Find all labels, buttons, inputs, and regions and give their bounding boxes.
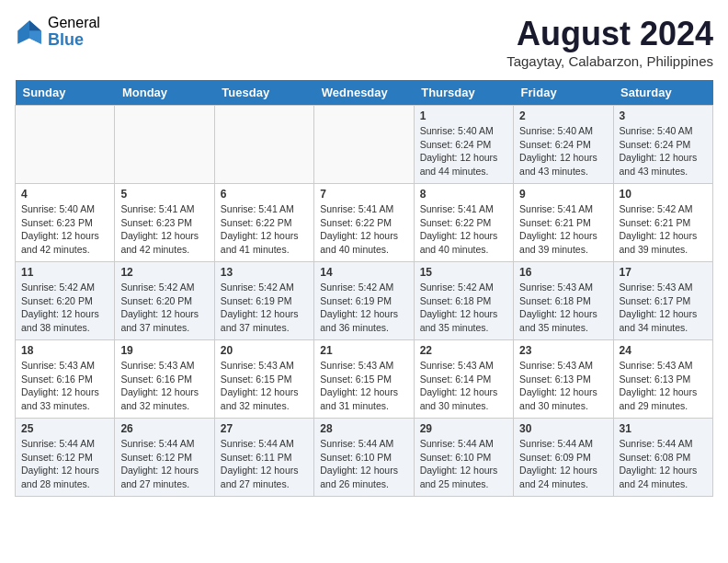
calendar-day-cell: 23Sunrise: 5:43 AM Sunset: 6:13 PM Dayli… [514,340,613,419]
day-content: Sunrise: 5:44 AM Sunset: 6:12 PM Dayligh… [21,437,108,491]
day-number: 5 [120,188,208,201]
day-number: 19 [120,344,208,357]
day-number: 15 [420,266,507,279]
calendar-week-row: 4Sunrise: 5:40 AM Sunset: 6:23 PM Daylig… [16,184,713,262]
calendar-day-cell: 28Sunrise: 5:44 AM Sunset: 6:10 PM Dayli… [314,419,414,497]
calendar-day-cell: 20Sunrise: 5:43 AM Sunset: 6:15 PM Dayli… [214,340,313,419]
day-number: 27 [221,422,308,435]
month-year-title: August 2024 [506,15,713,53]
day-header-tuesday: Tuesday [214,80,313,106]
calendar-day-cell: 10Sunrise: 5:42 AM Sunset: 6:21 PM Dayli… [613,184,712,262]
calendar-day-cell: 27Sunrise: 5:44 AM Sunset: 6:11 PM Dayli… [214,419,313,497]
logo-general: General [48,15,100,31]
calendar-day-cell: 4Sunrise: 5:40 AM Sunset: 6:23 PM Daylig… [16,184,115,262]
logo-icon [15,17,44,47]
logo: General Blue [15,15,100,49]
calendar-day-cell: 30Sunrise: 5:44 AM Sunset: 6:09 PM Dayli… [514,419,613,497]
day-number: 29 [420,422,507,435]
day-header-wednesday: Wednesday [314,80,414,106]
day-number: 26 [120,422,208,435]
calendar-week-row: 11Sunrise: 5:42 AM Sunset: 6:20 PM Dayli… [16,262,713,340]
calendar-day-cell: 25Sunrise: 5:44 AM Sunset: 6:12 PM Dayli… [16,419,115,497]
day-content: Sunrise: 5:41 AM Sunset: 6:22 PM Dayligh… [221,202,308,257]
day-content: Sunrise: 5:40 AM Sunset: 6:24 PM Dayligh… [519,124,607,178]
calendar-week-row: 1Sunrise: 5:40 AM Sunset: 6:24 PM Daylig… [16,106,713,184]
day-number: 14 [320,266,407,279]
calendar-day-cell: 13Sunrise: 5:42 AM Sunset: 6:19 PM Dayli… [214,262,313,340]
day-number: 23 [519,344,607,357]
day-content: Sunrise: 5:41 AM Sunset: 6:21 PM Dayligh… [519,202,607,257]
calendar-table: SundayMondayTuesdayWednesdayThursdayFrid… [15,80,713,497]
calendar-day-cell: 15Sunrise: 5:42 AM Sunset: 6:18 PM Dayli… [414,262,513,340]
day-content: Sunrise: 5:42 AM Sunset: 6:19 PM Dayligh… [221,281,308,335]
day-content: Sunrise: 5:43 AM Sunset: 6:18 PM Dayligh… [519,281,607,335]
day-number: 13 [221,266,308,279]
day-header-thursday: Thursday [414,80,513,106]
day-number: 18 [21,344,108,357]
calendar-day-cell: 8Sunrise: 5:41 AM Sunset: 6:22 PM Daylig… [414,184,513,262]
day-content: Sunrise: 5:40 AM Sunset: 6:24 PM Dayligh… [420,124,507,178]
day-content: Sunrise: 5:42 AM Sunset: 6:19 PM Dayligh… [320,281,407,335]
calendar-day-cell: 5Sunrise: 5:41 AM Sunset: 6:23 PM Daylig… [115,184,214,262]
day-content: Sunrise: 5:44 AM Sunset: 6:11 PM Dayligh… [221,437,308,491]
day-content: Sunrise: 5:43 AM Sunset: 6:16 PM Dayligh… [21,359,108,413]
calendar-day-cell: 22Sunrise: 5:43 AM Sunset: 6:14 PM Dayli… [414,340,513,419]
day-number: 21 [320,344,407,357]
day-content: Sunrise: 5:41 AM Sunset: 6:23 PM Dayligh… [120,202,208,257]
calendar-empty-cell [314,106,414,184]
day-content: Sunrise: 5:44 AM Sunset: 6:10 PM Dayligh… [420,437,507,491]
day-number: 24 [620,344,707,357]
day-header-monday: Monday [115,80,214,106]
calendar-day-cell: 2Sunrise: 5:40 AM Sunset: 6:24 PM Daylig… [514,106,613,184]
calendar-header-row: SundayMondayTuesdayWednesdayThursdayFrid… [16,80,713,106]
day-number: 30 [519,422,607,435]
day-content: Sunrise: 5:40 AM Sunset: 6:23 PM Dayligh… [21,202,108,257]
day-number: 2 [519,109,607,122]
day-number: 20 [221,344,308,357]
location-subtitle: Tagaytay, Calabarzon, Philippines [506,53,713,69]
calendar-empty-cell [16,106,115,184]
day-content: Sunrise: 5:43 AM Sunset: 6:15 PM Dayligh… [320,359,407,413]
day-number: 28 [320,422,407,435]
day-content: Sunrise: 5:42 AM Sunset: 6:18 PM Dayligh… [420,281,507,335]
day-content: Sunrise: 5:44 AM Sunset: 6:09 PM Dayligh… [519,437,607,491]
day-content: Sunrise: 5:43 AM Sunset: 6:13 PM Dayligh… [620,359,707,413]
day-header-saturday: Saturday [613,80,712,106]
calendar-day-cell: 18Sunrise: 5:43 AM Sunset: 6:16 PM Dayli… [16,340,115,419]
day-number: 4 [21,188,108,201]
calendar-day-cell: 24Sunrise: 5:43 AM Sunset: 6:13 PM Dayli… [613,340,712,419]
calendar-empty-cell [214,106,313,184]
day-number: 17 [620,266,707,279]
day-number: 6 [221,188,308,201]
calendar-day-cell: 21Sunrise: 5:43 AM Sunset: 6:15 PM Dayli… [314,340,414,419]
day-content: Sunrise: 5:44 AM Sunset: 6:12 PM Dayligh… [120,437,208,491]
day-number: 25 [21,422,108,435]
calendar-week-row: 25Sunrise: 5:44 AM Sunset: 6:12 PM Dayli… [16,419,713,497]
svg-marker-1 [29,20,41,30]
day-content: Sunrise: 5:43 AM Sunset: 6:13 PM Dayligh… [519,359,607,413]
day-content: Sunrise: 5:42 AM Sunset: 6:20 PM Dayligh… [21,281,108,335]
day-content: Sunrise: 5:43 AM Sunset: 6:16 PM Dayligh… [120,359,208,413]
calendar-day-cell: 6Sunrise: 5:41 AM Sunset: 6:22 PM Daylig… [214,184,313,262]
calendar-day-cell: 12Sunrise: 5:42 AM Sunset: 6:20 PM Dayli… [115,262,214,340]
day-number: 7 [320,188,407,201]
calendar-day-cell: 16Sunrise: 5:43 AM Sunset: 6:18 PM Dayli… [514,262,613,340]
calendar-day-cell: 31Sunrise: 5:44 AM Sunset: 6:08 PM Dayli… [613,419,712,497]
calendar-day-cell: 26Sunrise: 5:44 AM Sunset: 6:12 PM Dayli… [115,419,214,497]
day-number: 1 [420,109,507,122]
calendar-day-cell: 29Sunrise: 5:44 AM Sunset: 6:10 PM Dayli… [414,419,513,497]
title-section: August 2024 Tagaytay, Calabarzon, Philip… [506,15,713,69]
calendar-day-cell: 3Sunrise: 5:40 AM Sunset: 6:24 PM Daylig… [613,106,712,184]
day-header-sunday: Sunday [16,80,115,106]
calendar-day-cell: 14Sunrise: 5:42 AM Sunset: 6:19 PM Dayli… [314,262,414,340]
day-number: 3 [620,109,707,122]
calendar-day-cell: 19Sunrise: 5:43 AM Sunset: 6:16 PM Dayli… [115,340,214,419]
calendar-day-cell: 17Sunrise: 5:43 AM Sunset: 6:17 PM Dayli… [613,262,712,340]
day-content: Sunrise: 5:41 AM Sunset: 6:22 PM Dayligh… [320,202,407,257]
calendar-empty-cell [115,106,214,184]
page-header: General Blue August 2024 Tagaytay, Calab… [15,15,713,69]
calendar-day-cell: 7Sunrise: 5:41 AM Sunset: 6:22 PM Daylig… [314,184,414,262]
svg-marker-2 [29,30,41,43]
day-number: 31 [620,422,707,435]
day-number: 10 [620,188,707,201]
